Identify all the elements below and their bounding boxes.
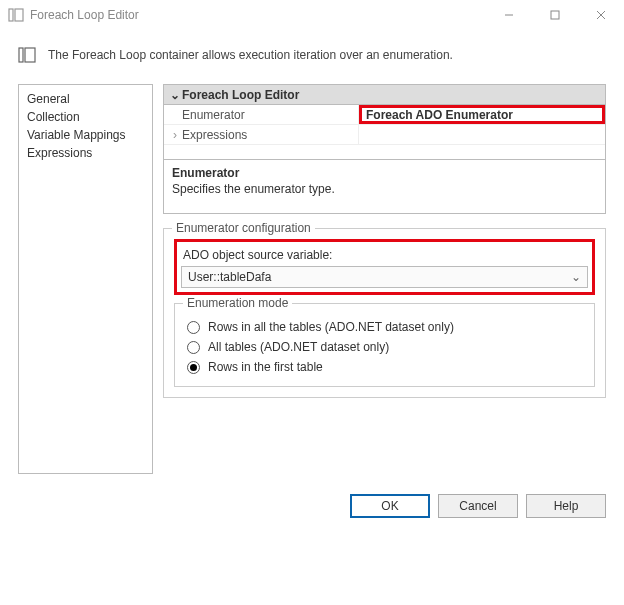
radio-icon: [187, 341, 200, 354]
radio-icon: [187, 321, 200, 334]
window-buttons: [486, 0, 624, 30]
property-help-text: Specifies the enumerator type.: [172, 182, 597, 196]
svg-rect-0: [9, 9, 13, 21]
property-grid-title: Foreach Loop Editor: [182, 88, 299, 102]
svg-rect-7: [25, 48, 35, 62]
ado-source-label: ADO object source variable:: [183, 248, 588, 262]
sidebar-item-variable-mappings[interactable]: Variable Mappings: [27, 127, 144, 143]
close-button[interactable]: [578, 0, 624, 30]
combo-value: User::tableDafa: [188, 270, 271, 284]
help-button[interactable]: Help: [526, 494, 606, 518]
radio-rows-first-table[interactable]: Rows in the first table: [187, 360, 582, 374]
property-help: Enumerator Specifies the enumerator type…: [164, 159, 605, 213]
foreach-loop-icon: [8, 7, 24, 23]
svg-rect-6: [19, 48, 23, 62]
foreach-loop-icon: [18, 46, 36, 64]
property-grid-header[interactable]: ⌄ Foreach Loop Editor: [164, 85, 605, 105]
dialog-buttons: OK Cancel Help: [0, 474, 624, 538]
sidebar-item-collection[interactable]: Collection: [27, 109, 144, 125]
titlebar: Foreach Loop Editor: [0, 0, 624, 30]
group-legend: Enumeration mode: [183, 296, 292, 310]
maximize-button[interactable]: [532, 0, 578, 30]
radio-label: Rows in all the tables (ADO.NET dataset …: [208, 320, 454, 334]
property-label: › Expressions: [164, 125, 359, 144]
property-help-title: Enumerator: [172, 166, 597, 180]
radio-all-tables[interactable]: All tables (ADO.NET dataset only): [187, 340, 582, 354]
svg-rect-1: [15, 9, 23, 21]
description-row: The Foreach Loop container allows execut…: [0, 30, 624, 84]
radio-label: Rows in the first table: [208, 360, 323, 374]
property-label: Enumerator: [164, 105, 359, 124]
window-title: Foreach Loop Editor: [30, 8, 486, 22]
cancel-button[interactable]: Cancel: [438, 494, 518, 518]
svg-rect-3: [551, 11, 559, 19]
property-row-expressions[interactable]: › Expressions: [164, 125, 605, 145]
radio-rows-all-tables[interactable]: Rows in all the tables (ADO.NET dataset …: [187, 320, 582, 334]
sidebar-item-general[interactable]: General: [27, 91, 144, 107]
ok-button[interactable]: OK: [350, 494, 430, 518]
property-value-expressions[interactable]: [359, 125, 605, 144]
property-row-enumerator[interactable]: Enumerator Foreach ADO Enumerator: [164, 105, 605, 125]
chevron-down-icon: ⌄: [168, 88, 182, 102]
radio-icon: [187, 361, 200, 374]
property-grid: ⌄ Foreach Loop Editor Enumerator Foreach…: [163, 84, 606, 214]
description-text: The Foreach Loop container allows execut…: [48, 48, 453, 62]
property-value-enumerator[interactable]: Foreach ADO Enumerator: [359, 105, 605, 124]
content-panel: ⌄ Foreach Loop Editor Enumerator Foreach…: [163, 84, 606, 474]
sidebar: General Collection Variable Mappings Exp…: [18, 84, 153, 474]
enumeration-mode-group: Enumeration mode Rows in all the tables …: [174, 303, 595, 387]
sidebar-item-expressions[interactable]: Expressions: [27, 145, 144, 161]
enumerator-config-group: Enumerator configuration ADO object sour…: [163, 228, 606, 398]
group-legend: Enumerator configuration: [172, 221, 315, 235]
chevron-down-icon: ⌄: [571, 270, 581, 284]
minimize-button[interactable]: [486, 0, 532, 30]
ado-source-block: ADO object source variable: User::tableD…: [174, 239, 595, 295]
ado-source-combobox[interactable]: User::tableDafa ⌄: [181, 266, 588, 288]
radio-label: All tables (ADO.NET dataset only): [208, 340, 389, 354]
chevron-right-icon: ›: [168, 128, 182, 142]
